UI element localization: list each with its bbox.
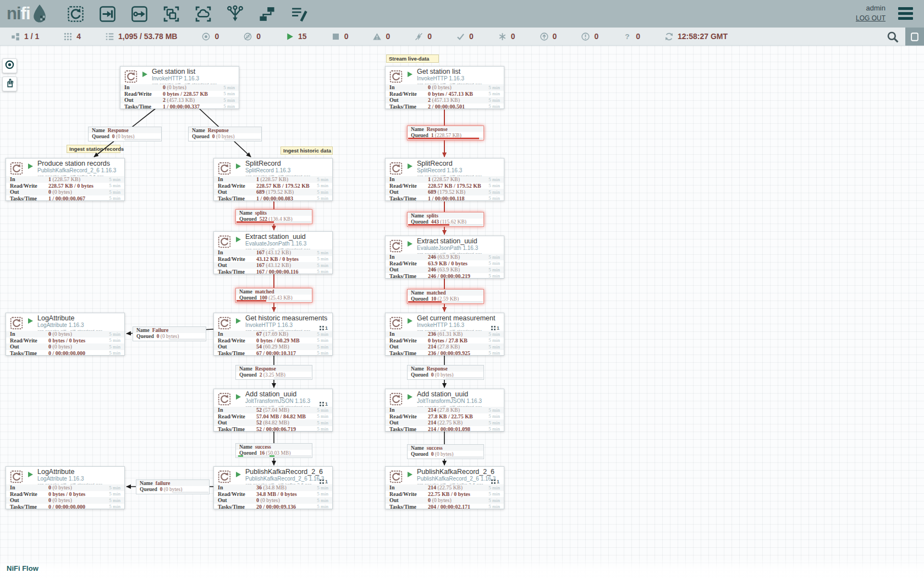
processor-add-station-uuid[interactable]: Add station_uuidJoltTransformJSON 1.16.3… <box>385 389 504 432</box>
search-icon[interactable] <box>887 31 899 43</box>
connection-name-row: Namesplits <box>236 210 312 216</box>
running-state-icon <box>28 472 33 477</box>
connection-name-row: Namesuccess <box>408 445 483 451</box>
status-panel-toggle[interactable] <box>905 28 924 46</box>
processor-header: Extract station_uuidEvaluateJsonPath 1.1… <box>386 236 504 254</box>
processor-icon <box>217 161 232 176</box>
stat-row-in: In0 (0 bytes)5 min <box>120 84 239 91</box>
stat-row-tasks-time: Tasks/Time20 / 00:00:09.1365 min <box>214 504 332 510</box>
stat-row-tasks-time: Tasks/Time167 / 00:00:00.1165 min <box>214 269 332 275</box>
processor-stats: In52 (57.04 MB)5 minRead/Write57.04 MB /… <box>214 407 332 432</box>
process-group-toolbar-button[interactable] <box>162 5 180 23</box>
funnel-toolbar-button[interactable] <box>226 5 244 23</box>
processor-icon <box>217 392 232 406</box>
status-stopped: 0 <box>331 32 349 41</box>
processor-toolbar-button[interactable] <box>67 5 85 23</box>
status-refresh: 12:58:27 GMT <box>664 32 728 41</box>
status-value: 0 <box>553 32 557 41</box>
input-port-toolbar-button[interactable] <box>98 5 117 23</box>
stale-icon <box>540 32 549 41</box>
connection-splits[interactable]: NamesplitsQueued522 (136.4 KB) <box>235 209 312 224</box>
processor-extract-station-uuid[interactable]: Extract station_uuidEvaluateJsonPath 1.1… <box>213 231 333 274</box>
running-state-icon <box>408 72 413 77</box>
processor-publishkafkarecord-2-6[interactable]: PublishKafkaRecord_2_6PublishKafkaRecord… <box>213 466 333 509</box>
stat-row-out: Out2 (457.13 KB)5 min <box>120 97 239 103</box>
backpressure-meter <box>237 455 311 457</box>
processor-produce-station-records[interactable]: Produce station recordsPublishKafkaRecor… <box>6 158 125 201</box>
stat-row-out: Out689 (179.52 KB)5 min <box>214 189 332 195</box>
stat-row-read-write: Read/Write0 bytes / 0 bytes5 min <box>6 491 124 498</box>
processor-name: SplitRecord <box>417 160 499 167</box>
connection-success[interactable]: NamesuccessQueued0 (0 bytes) <box>407 444 484 459</box>
connection-response[interactable]: NameResponseQueued1 (228.57 KB) <box>407 126 484 140</box>
processor-get-historic-measurements[interactable]: Get historic measurementsInvokeHTTP 1.16… <box>213 313 333 356</box>
stat-row-in: In236 (61.31 KB)5 min <box>386 331 504 337</box>
stat-row-read-write: Read/Write57.04 MB / 84.82 MB5 min <box>214 413 332 420</box>
connection-matched[interactable]: NamematchedQueued100 (25.43 KB) <box>235 288 312 303</box>
backpressure-meter <box>408 377 483 379</box>
processor-name: PublishKafkaRecord_2_6 <box>417 468 499 476</box>
processor-logattribute[interactable]: LogAttributeLogAttribute 1.16.3org.apach… <box>6 313 125 356</box>
locally-modified-stale-icon <box>581 32 590 41</box>
processor-type: InvokeHTTP 1.16.3 <box>417 323 499 328</box>
threads-badge-icon <box>320 479 324 484</box>
connection-failure[interactable]: NamefailureQueued0 (0 bytes) <box>136 479 210 494</box>
processor-header: Get current measurementInvokeHTTP 1.16.3… <box>386 313 504 331</box>
threads-icon <box>63 32 73 41</box>
stat-row-in: In36 (34.8 MB)5 min <box>214 484 332 491</box>
stat-row-out: Out2 (457.13 KB)5 min <box>386 97 504 103</box>
processor-stats: In1 (228.57 KB)5 minRead/Write228.57 KB … <box>214 176 332 201</box>
stat-row-tasks-time: Tasks/Time236 / 00:00:09.9255 min <box>386 350 504 357</box>
nodes-layer: Get station listInvokeHTTP 1.16.3org.apa… <box>0 0 924 578</box>
stat-row-in: In0 (0 bytes)5 min <box>6 484 124 491</box>
logout-link[interactable]: LOG OUT <box>856 14 886 22</box>
processor-header: SplitRecordSplitRecord 1.16.3org.apache.… <box>214 159 332 176</box>
connection-response[interactable]: NameResponseQueued0 (0 bytes) <box>188 127 262 141</box>
processor-icon <box>389 316 403 330</box>
navigate-palette-button[interactable] <box>2 58 17 73</box>
processor-icon <box>389 470 403 484</box>
processor-stats: In236 (61.31 KB)5 minRead/Write0 bytes /… <box>386 331 504 356</box>
stat-row-in: In214 (27.8 KB)5 min <box>386 407 504 413</box>
global-menu-icon[interactable] <box>898 7 913 22</box>
connection-response[interactable]: NameResponseQueued0 (0 bytes) <box>88 127 162 141</box>
connection-response[interactable]: NameResponseQueued2 (3.25 MB) <box>235 365 312 380</box>
connection-response[interactable]: NameResponseQueued0 (0 bytes) <box>407 365 484 380</box>
output-port-icon <box>130 15 148 25</box>
processor-icon <box>389 69 403 84</box>
footer-bar: NiFi Flow <box>0 558 924 578</box>
processor-get-station-list[interactable]: Get station listInvokeHTTP 1.16.3org.apa… <box>385 66 504 109</box>
processor-icon <box>9 316 24 330</box>
status-cluster: 1 / 1 <box>11 32 39 41</box>
processor-splitrecord[interactable]: SplitRecordSplitRecord 1.16.3org.apache.… <box>385 158 504 201</box>
breadcrumb[interactable]: NiFi Flow <box>7 564 38 572</box>
status-transmitting: 0 <box>201 32 219 41</box>
label-toolbar-button[interactable] <box>290 5 308 23</box>
connection-failure[interactable]: NameFailureQueued0 (0 bytes) <box>133 326 206 341</box>
processor-add-station-uuid[interactable]: Add station_uuidJoltTransformJSON 1.16.3… <box>213 389 333 432</box>
processor-publishkafkarecord-2-6[interactable]: PublishKafkaRecord_2_6PublishKafkaRecord… <box>385 466 504 509</box>
connection-success[interactable]: NamesuccessQueued16 (50.03 MB) <box>235 443 312 458</box>
processor-get-current-measurement[interactable]: Get current measurementInvokeHTTP 1.16.3… <box>385 313 504 356</box>
backpressure-meter <box>237 221 311 223</box>
processor-extract-station-uuid[interactable]: Extract station_uuidEvaluateJsonPath 1.1… <box>385 236 504 279</box>
output-port-toolbar-button[interactable] <box>130 5 148 23</box>
template-toolbar-button[interactable] <box>258 5 276 23</box>
connection-splits[interactable]: NamesplitsQueued443 (115.62 KB) <box>407 212 484 227</box>
processor-name: Add station_uuid <box>245 391 328 398</box>
processor-get-station-list[interactable]: Get station listInvokeHTTP 1.16.3org.apa… <box>120 66 239 109</box>
processor-type: InvokeHTTP 1.16.3 <box>245 323 328 328</box>
status-threads: 4 <box>63 32 81 41</box>
processor-logattribute[interactable]: LogAttributeLogAttribute 1.16.3org.apach… <box>6 466 125 509</box>
nifi-drop-icon <box>31 4 48 24</box>
processor-splitrecord[interactable]: SplitRecordSplitRecord 1.16.3org.apache.… <box>213 158 333 201</box>
connection-matched[interactable]: NamematchedQueued10 (2.59 KB) <box>407 289 484 304</box>
processor-name: Add station_uuid <box>417 391 499 398</box>
backpressure-meter <box>408 138 483 139</box>
operate-palette-button[interactable] <box>2 77 17 91</box>
remote-process-group-toolbar-button[interactable] <box>194 5 212 23</box>
status-disabled: 0 <box>414 32 432 41</box>
stat-row-in: In1 (228.57 KB)5 min <box>6 176 124 183</box>
status-queued: 1,095 / 53.78 MB <box>105 32 177 41</box>
processor-type: PublishKafkaRecord_2_6 1.16.3 <box>37 168 120 173</box>
